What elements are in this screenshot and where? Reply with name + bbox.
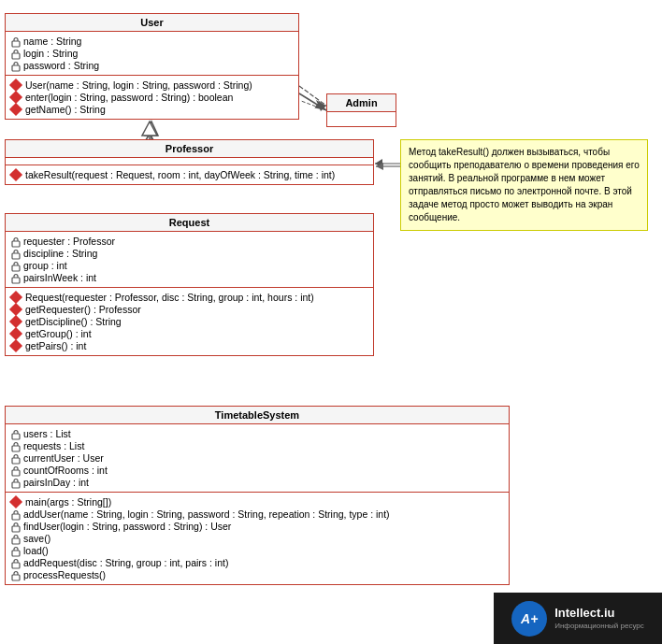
svg-marker-7 — [375, 159, 382, 168]
ts-field-countofrooms: countOfRooms : int — [10, 465, 504, 476]
request-method-getgroup: getGroup() : int — [10, 328, 368, 339]
svg-rect-15 — [12, 265, 20, 271]
diagram-container: User name : String login : String passwo… — [0, 0, 662, 644]
svg-rect-16 — [12, 278, 20, 283]
svg-line-3 — [301, 101, 326, 110]
logo-circle: A+ — [511, 601, 547, 637]
timetable-class: TimetableSystem users : List requests : … — [5, 406, 510, 585]
request-field-pairsinweek: pairsInWeek : int — [10, 272, 368, 283]
timetable-class-title: TimetableSystem — [6, 407, 509, 424]
request-fields-section: requester : Professor discipline : Strin… — [6, 232, 373, 288]
logo-name-line2: Информационный ресурс — [554, 622, 644, 631]
admin-class-title: Admin — [327, 94, 396, 112]
request-methods-section: Request(requester : Professor, disc : St… — [6, 288, 373, 355]
svg-rect-25 — [12, 551, 20, 556]
ts-method-processrequests: processRequests() — [10, 569, 504, 580]
svg-marker-5 — [145, 122, 158, 136]
svg-rect-22 — [12, 514, 20, 520]
svg-rect-11 — [12, 53, 20, 59]
svg-line-2 — [299, 93, 326, 110]
request-field-requester: requester : Professor — [10, 236, 368, 247]
svg-rect-24 — [12, 538, 20, 544]
user-method-getname: getName() : String — [10, 104, 294, 115]
professor-class-title: Professor — [6, 140, 373, 158]
ts-method-main: main(args : String[]) — [10, 496, 504, 508]
ts-field-users: users : List — [10, 428, 504, 439]
svg-rect-10 — [12, 41, 20, 47]
ts-method-addrequest: addRequest(disc : String, group : int, p… — [10, 557, 504, 568]
svg-rect-20 — [12, 470, 20, 476]
timetable-fields-section: users : List requests : List currentUser… — [6, 424, 509, 493]
ts-method-save: save() — [10, 533, 504, 544]
professor-class: Professor takeResult(request : Request, … — [5, 139, 374, 185]
svg-rect-27 — [12, 575, 20, 580]
ts-method-adduser: addUser(name : String, login : String, p… — [10, 508, 504, 520]
ts-field-pairsinday: pairsInDay : int — [10, 477, 504, 488]
user-method-enter: enter(login : String, password : String)… — [10, 92, 294, 103]
svg-marker-31 — [376, 163, 383, 170]
ts-field-currentuser: currentUser : User — [10, 452, 504, 464]
request-class-title: Request — [6, 214, 373, 232]
request-class: Request requester : Professor discipline… — [5, 213, 374, 356]
request-method-getdiscipline: getDiscipline() : String — [10, 316, 368, 327]
svg-rect-26 — [12, 563, 20, 568]
admin-empty-section — [327, 112, 396, 126]
svg-rect-13 — [12, 241, 20, 247]
timetable-methods-section: main(args : String[]) addUser(name : Str… — [6, 493, 509, 584]
logo-area: A+ Intellect.iu Информационный ресурс — [494, 593, 662, 644]
note-text: Метод takeResult() должен вызываться, чт… — [409, 147, 640, 222]
user-methods-section: User(name : String, login : String, pass… — [6, 76, 298, 119]
professor-fields-section — [6, 158, 373, 165]
svg-rect-18 — [12, 446, 20, 451]
svg-rect-14 — [12, 253, 20, 259]
request-method-getpairs: getPairs() : int — [10, 340, 368, 351]
user-method-constructor: User(name : String, login : String, pass… — [10, 79, 294, 91]
logo-name-line1: Intellect.iu — [554, 606, 644, 622]
ts-field-requests: requests : List — [10, 440, 504, 451]
user-field-password: password : String — [10, 60, 294, 71]
svg-rect-17 — [12, 434, 20, 439]
logo-text-area: Intellect.iu Информационный ресурс — [554, 606, 644, 630]
request-method-constructor: Request(requester : Professor, disc : St… — [10, 292, 368, 303]
svg-rect-23 — [12, 526, 20, 532]
request-method-getrequester: getRequester() : Professor — [10, 304, 368, 315]
user-field-name: name : String — [10, 36, 294, 47]
professor-method-takeresult: takeResult(request : Request, room : int… — [10, 169, 368, 180]
professor-methods-section: takeResult(request : Request, room : int… — [6, 165, 373, 184]
svg-rect-21 — [12, 482, 20, 488]
note-box: Метод takeResult() должен вызываться, чт… — [400, 139, 648, 231]
svg-marker-33 — [316, 100, 326, 111]
user-field-login: login : String — [10, 48, 294, 59]
user-class: User name : String login : String passwo… — [5, 13, 299, 120]
svg-rect-12 — [12, 65, 20, 71]
request-field-group: group : int — [10, 260, 368, 271]
svg-rect-19 — [12, 458, 20, 464]
svg-marker-29 — [142, 122, 157, 136]
request-field-discipline: discipline : String — [10, 248, 368, 259]
user-class-title: User — [6, 14, 298, 32]
svg-line-32 — [299, 86, 326, 106]
logo-circle-text: A+ — [521, 611, 538, 626]
user-fields-section: name : String login : String password : … — [6, 32, 298, 76]
ts-method-load: load() — [10, 545, 504, 556]
admin-class: Admin — [326, 93, 396, 127]
ts-method-finduser: findUser(login : String, password : Stri… — [10, 521, 504, 532]
